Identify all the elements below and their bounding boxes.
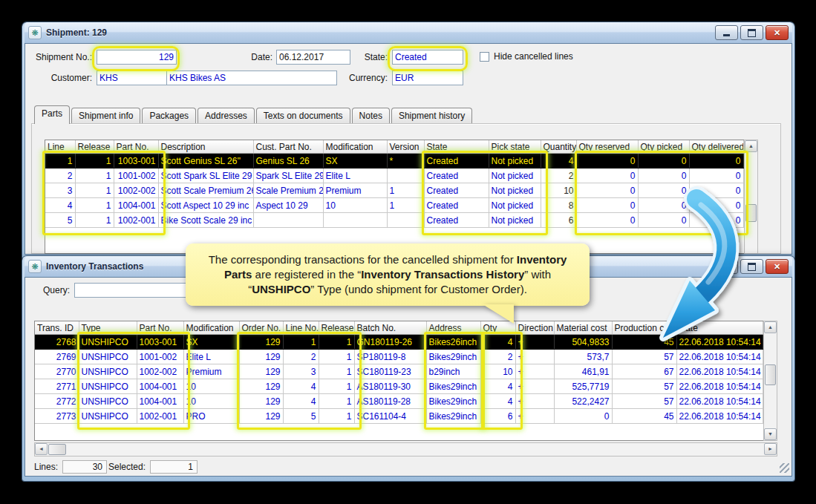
cell[interactable]: 1 [75,168,114,183]
column-header[interactable]: Production cost [612,321,676,335]
cell[interactable] [387,168,424,183]
cell[interactable]: 1 [319,364,354,379]
scroll-up-icon[interactable]: ▲ [745,140,757,152]
customer-name-field[interactable]: KHS Bikes AS [166,71,337,85]
cell[interactable]: 1002-001 [114,213,158,228]
cell[interactable]: UNSHIPCO [79,409,137,424]
cell[interactable]: Bikes29inch [426,394,480,409]
close-button[interactable]: ✕ [766,25,789,40]
cell[interactable]: 0 [576,198,638,213]
cell[interactable]: 2 [283,350,319,364]
column-header[interactable]: Type [79,321,137,335]
column-header[interactable]: Qty picked [638,140,689,154]
scroll-thumb[interactable] [745,204,757,222]
scroll-thumb[interactable] [48,444,66,455]
cell[interactable]: 4 [480,379,515,394]
cell[interactable]: UNSHIPCO [79,350,137,364]
cell[interactable]: 573,7 [554,350,612,364]
cell[interactable]: 522,2427 [554,394,612,409]
cell[interactable]: Scott Scale Premium 26 [158,183,253,198]
cell[interactable]: 1004-001 [137,394,183,409]
cell[interactable]: PRO [183,409,239,424]
table-row[interactable]: 2770UNSHIPCO1002-002Premium12931SC180119… [35,364,763,379]
cell[interactable]: 504,9833 [554,335,612,350]
cell[interactable]: 0 [689,154,743,168]
table-row[interactable]: 411004-001Scott Aspect 10 29 incAspect 1… [45,198,743,213]
cell[interactable]: 67 [612,364,676,379]
cell[interactable]: + [515,409,554,424]
cell[interactable]: 3 [283,364,319,379]
cell[interactable]: 2769 [35,350,79,364]
maximize-button[interactable] [740,25,763,40]
cell[interactable]: 1 [75,198,114,213]
cell[interactable]: Bikes26inch [426,335,480,350]
tab-parts[interactable]: Parts [34,105,70,124]
cell[interactable]: Created [424,183,489,198]
cell[interactable]: 5 [283,409,319,424]
cell[interactable]: Not picked [489,213,541,228]
minimize-button[interactable] [715,25,738,40]
cell[interactable]: 129 [239,394,283,409]
column-header[interactable]: Batch No. [354,321,426,335]
cell[interactable]: 0 [638,168,689,183]
cell[interactable]: Not picked [489,183,541,198]
cell[interactable]: 1 [319,394,354,409]
inventory-grid-hscrollbar[interactable]: ◄ ► [34,442,777,456]
column-header[interactable]: Date [676,321,763,335]
cell[interactable]: 1002-002 [114,183,158,198]
cell[interactable]: Elite L [183,350,239,364]
tab-shipment-info[interactable]: Shipment info [71,108,140,124]
table-row[interactable]: 2773UNSHIPCO1002-001PRO12951SC161104-4Bi… [35,409,763,424]
cell[interactable]: 10 [480,364,515,379]
customer-code-field[interactable]: KHS [97,71,169,85]
cell[interactable]: 8 [541,198,576,213]
cell[interactable]: Created [424,168,489,183]
column-header[interactable]: Line [45,140,75,154]
column-header[interactable]: State [424,140,489,154]
column-header[interactable]: Qty delivered [689,140,743,154]
column-header[interactable]: Direction [515,321,554,335]
cell[interactable]: 10 [541,183,576,198]
cell[interactable]: Not picked [489,154,541,168]
cell[interactable]: 57 [612,379,676,394]
cell[interactable]: SC161104-4 [354,409,426,424]
cell[interactable]: Scott Genius SL 26'' [158,154,253,168]
cell[interactable]: 3 [45,183,75,198]
scroll-up-icon[interactable]: ▲ [764,321,777,333]
cell[interactable]: 4 [283,394,319,409]
minimize-button[interactable] [715,259,738,274]
cell[interactable]: 129 [239,379,283,394]
cell[interactable]: + [515,350,554,364]
cell[interactable]: 1 [75,213,114,228]
cell[interactable]: 2773 [35,409,79,424]
tab-notes[interactable]: Notes [352,108,390,124]
cell[interactable]: Genius SL 26 [253,154,323,168]
cell[interactable]: 0 [689,168,743,183]
cell[interactable]: 2771 [35,379,79,394]
cell[interactable]: 1 [75,183,114,198]
column-header[interactable]: Trans. ID [35,321,79,335]
cell[interactable]: 129 [239,364,283,379]
scroll-left-icon[interactable]: ◄ [35,443,48,455]
cell[interactable] [387,213,424,228]
shipment-titlebar[interactable]: ❋ Shipment: 129 ✕ [25,22,792,43]
close-button[interactable]: ✕ [766,259,789,274]
cell[interactable]: Not picked [489,168,541,183]
column-header[interactable]: Pick state [489,140,541,154]
hide-cancelled-checkbox[interactable] [480,52,489,62]
scroll-thumb[interactable] [765,364,776,385]
inventory-grid-vscrollbar[interactable]: ▲ ▼ [763,321,777,441]
cell[interactable]: b29inch [426,364,480,379]
cell[interactable]: 6 [541,213,576,228]
cell[interactable]: 1002-002 [137,364,183,379]
cell[interactable]: 525,7719 [554,379,612,394]
cell[interactable]: 1003-001 [114,154,158,168]
cell[interactable]: 129 [239,409,283,424]
column-header[interactable]: Release [319,321,354,335]
table-row[interactable]: 111003-001Scott Genius SL 26''Genius SL … [45,154,743,168]
column-header[interactable]: Qty reserved [576,140,638,154]
cell[interactable]: 22.06.2018 10:54:14 [676,379,763,394]
cell[interactable]: AS180119-28 [354,394,426,409]
table-row[interactable]: 2769UNSHIPCO1001-002Elite L12921SP180119… [35,350,763,364]
cell[interactable]: 1 [283,335,319,350]
